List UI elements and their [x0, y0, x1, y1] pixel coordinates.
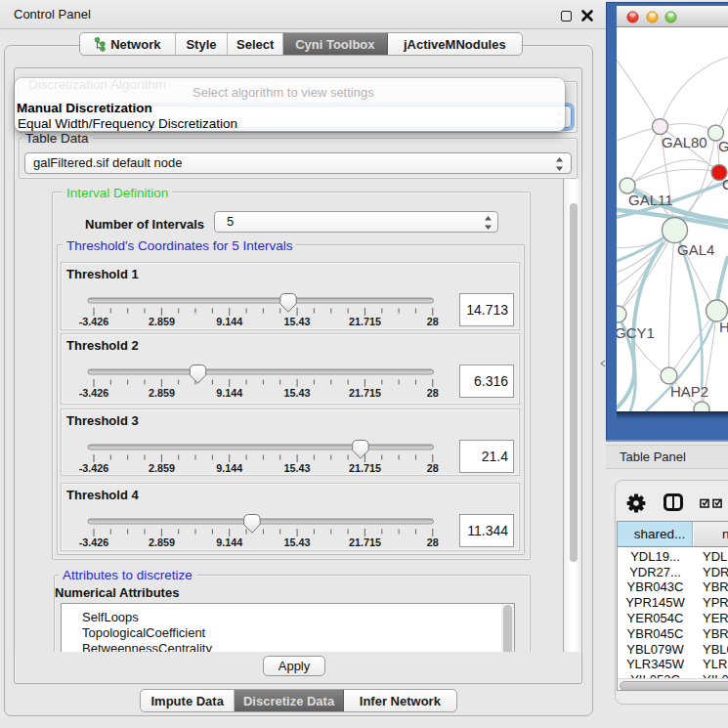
- svg-text:2.859: 2.859: [149, 316, 175, 327]
- svg-text:HA: HA: [719, 319, 728, 335]
- svg-text:CY: CY: [722, 176, 728, 193]
- svg-text:28: 28: [427, 387, 439, 399]
- svg-text:-3.426: -3.426: [79, 387, 109, 399]
- svg-text:28: 28: [427, 316, 439, 327]
- svg-text:15.43: 15.43: [284, 316, 311, 327]
- svg-text:15.43: 15.43: [284, 462, 311, 474]
- svg-text:9.144: 9.144: [216, 387, 242, 399]
- svg-text:21.715: 21.715: [349, 462, 381, 474]
- svg-text:9.144: 9.144: [216, 316, 242, 327]
- svg-text:21.715: 21.715: [349, 316, 381, 327]
- svg-text:GA: GA: [718, 138, 728, 154]
- svg-text:2.859: 2.859: [149, 536, 175, 548]
- svg-text:28: 28: [427, 536, 439, 548]
- svg-text:2.859: 2.859: [149, 387, 175, 399]
- svg-text:-3.426: -3.426: [79, 316, 109, 327]
- svg-text:21.715: 21.715: [349, 536, 381, 548]
- svg-text:GAL80: GAL80: [662, 134, 707, 150]
- svg-text:GAL11: GAL11: [628, 192, 673, 208]
- svg-text:GAL4: GAL4: [677, 241, 714, 258]
- svg-text:9.144: 9.144: [216, 462, 242, 474]
- svg-text:28: 28: [427, 462, 439, 474]
- svg-text:HAP2: HAP2: [670, 383, 708, 400]
- svg-text:9.144: 9.144: [216, 536, 242, 548]
- svg-text:-3.426: -3.426: [79, 536, 109, 548]
- svg-text:15.43: 15.43: [284, 387, 311, 399]
- svg-text:21.715: 21.715: [349, 387, 381, 399]
- svg-text:2.859: 2.859: [149, 462, 175, 474]
- svg-text:-3.426: -3.426: [79, 462, 109, 474]
- svg-text:GCY1: GCY1: [617, 324, 655, 341]
- svg-text:15.43: 15.43: [284, 536, 311, 548]
